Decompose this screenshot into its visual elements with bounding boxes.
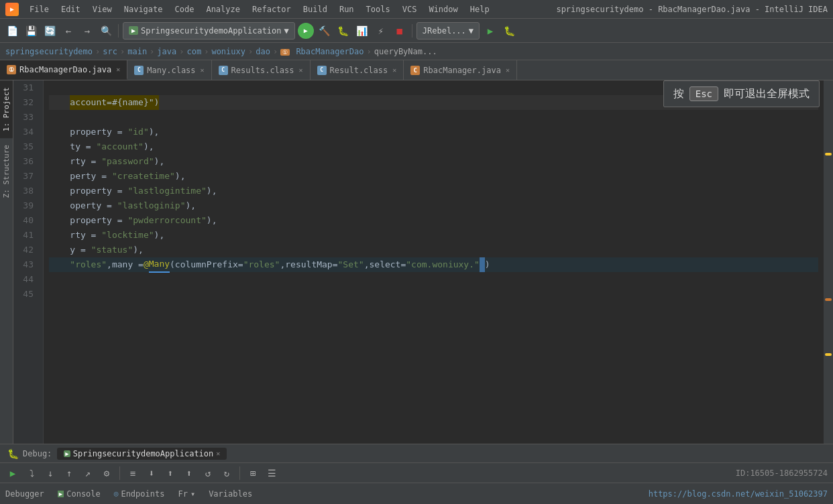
menu-view[interactable]: View bbox=[87, 3, 117, 15]
tab-icon-class-2: C bbox=[219, 66, 228, 75]
menu-help[interactable]: Help bbox=[465, 3, 495, 15]
tab-result[interactable]: C Result.class ✕ bbox=[311, 60, 404, 80]
breadcrumb-sep-6: › bbox=[248, 47, 253, 56]
profile-btn[interactable]: ⚡ bbox=[373, 23, 389, 39]
breadcrumb-project[interactable]: springsecuritydemo bbox=[5, 47, 93, 56]
settings-btn[interactable]: ☰ bbox=[264, 466, 279, 481]
run-config-dropdown[interactable]: ▶ SpringsecuritydemoApplication ▼ bbox=[123, 22, 295, 40]
menu-file[interactable]: File bbox=[24, 3, 54, 15]
code-line-41: rty = "locktime"), bbox=[49, 228, 818, 243]
right-scrollbar[interactable] bbox=[824, 80, 833, 444]
debug-tab-bar: 🐛 Debug: ▶ SpringsecuritydemoApplication… bbox=[0, 444, 833, 463]
scroll-marker-3 bbox=[825, 353, 832, 356]
evaluate-btn[interactable]: ⚙ bbox=[99, 466, 114, 481]
threads-btn[interactable]: ⬇ bbox=[144, 466, 159, 481]
coverage-btn[interactable]: 📊 bbox=[354, 23, 370, 39]
menu-run[interactable]: Run bbox=[334, 3, 359, 15]
menu-tools[interactable]: Tools bbox=[361, 3, 396, 15]
editor-tabs: ① RbacManagerDao.java ✕ C Many.class ✕ C… bbox=[0, 60, 833, 80]
step-out-btn[interactable]: ↑ bbox=[62, 466, 76, 481]
breadcrumb-sep-7: › bbox=[273, 47, 278, 56]
breadcrumb-method[interactable]: queryByNam... bbox=[374, 47, 437, 56]
debug-app-label: SpringsecuritydemoApplication bbox=[73, 449, 214, 458]
tab-close-btn-5[interactable]: ✕ bbox=[506, 66, 510, 74]
copy-btn[interactable]: ⊞ bbox=[245, 466, 260, 481]
menu-code[interactable]: Code bbox=[170, 3, 200, 15]
tab-close-btn[interactable]: ✕ bbox=[116, 66, 120, 73]
breadcrumb-main[interactable]: main bbox=[127, 47, 147, 56]
breadcrumb-dao[interactable]: dao bbox=[256, 47, 270, 56]
tab-results[interactable]: C Results.class ✕ bbox=[212, 60, 311, 80]
menu-analyze[interactable]: Analyze bbox=[201, 3, 245, 15]
save-btn[interactable]: 💾 bbox=[23, 23, 39, 39]
tab-many[interactable]: C Many.class ✕ bbox=[127, 60, 211, 80]
down-btn[interactable]: ⬆ bbox=[163, 466, 178, 481]
project-tab[interactable]: 1: Project bbox=[0, 80, 13, 138]
tab-rbacmanagerdao[interactable]: ① RbacManagerDao.java ✕ bbox=[0, 60, 127, 80]
breadcrumb-class[interactable]: ① RbacManagerDao bbox=[280, 47, 364, 56]
code-editor[interactable]: 31 32 33 34 35 36 37 38 39 40 41 42 43 4… bbox=[13, 80, 833, 444]
breadcrumb-src[interactable]: src bbox=[103, 47, 117, 56]
breadcrumb-sep-5: › bbox=[204, 47, 209, 56]
tab-close-btn-4[interactable]: ✕ bbox=[392, 66, 396, 74]
tab-icon-java: ① bbox=[7, 65, 16, 74]
code-line-40: property = "pwderrorcount"), bbox=[49, 213, 818, 228]
menu-navigate[interactable]: Navigate bbox=[119, 3, 168, 15]
menu-edit[interactable]: Edit bbox=[56, 3, 86, 15]
breadcrumb-woniuxy[interactable]: woniuxy bbox=[211, 47, 245, 56]
code-line-36: rty = "password"), bbox=[49, 154, 818, 169]
frames-selector[interactable]: Fr ▾ bbox=[178, 489, 195, 499]
up-btn[interactable]: ⬆ bbox=[182, 466, 197, 481]
debug-content: Debugger ▶ Console ◎ Endpoints Fr ▾ Vari… bbox=[0, 483, 833, 504]
breadcrumb-com[interactable]: com bbox=[186, 47, 201, 56]
run-to-cursor-btn[interactable]: ↗ bbox=[80, 466, 95, 481]
tab-rbacmanager[interactable]: C RbacManager.java ✕ bbox=[404, 60, 517, 80]
line-num-45: 45 bbox=[13, 287, 38, 302]
breadcrumb: springsecuritydemo › src › main › java ›… bbox=[0, 43, 833, 60]
tab-icon-class-3: C bbox=[317, 66, 327, 75]
menu-window[interactable]: Window bbox=[423, 3, 463, 15]
back-btn[interactable]: ← bbox=[60, 23, 76, 39]
code-content[interactable]: account=#{name}") property = "id"), ty =… bbox=[44, 80, 824, 444]
url-link[interactable]: https://blog.csdn.net/weixin_51062397 bbox=[649, 489, 828, 499]
menu-refactor[interactable]: Refactor bbox=[247, 3, 296, 15]
tab-close-btn-3[interactable]: ✕ bbox=[299, 66, 303, 74]
debug-btn[interactable]: 🐛 bbox=[335, 23, 351, 39]
code-line-38: property = "lastlogintime"), bbox=[49, 184, 818, 198]
stop-btn[interactable]: ■ bbox=[392, 23, 408, 39]
code-line-34: property = "id"), bbox=[49, 125, 818, 139]
toolbar-sep-1 bbox=[118, 24, 119, 38]
sync-btn[interactable]: 🔄 bbox=[42, 23, 58, 39]
toolbar-sep-2 bbox=[412, 24, 412, 38]
tab-icon-class-1: C bbox=[134, 66, 144, 75]
resume-btn[interactable]: ▶ bbox=[5, 466, 20, 481]
build-btn[interactable]: 🔨 bbox=[317, 23, 333, 39]
redo-btn[interactable]: ↻ bbox=[219, 466, 234, 481]
undo-btn[interactable]: ↺ bbox=[201, 466, 215, 481]
debug-tab-endpoints[interactable]: ◎ Endpoints bbox=[114, 489, 165, 499]
breadcrumb-java[interactable]: java bbox=[157, 47, 176, 56]
tab-close-btn-2[interactable]: ✕ bbox=[201, 66, 205, 74]
run-button[interactable]: ▶ bbox=[298, 23, 314, 39]
code-line-42: y = "status"), bbox=[49, 243, 818, 257]
line-num-37: 37 bbox=[13, 169, 38, 184]
search-btn[interactable]: 🔍 bbox=[98, 23, 114, 39]
jrebel-run-btn[interactable]: ▶ bbox=[482, 23, 498, 39]
main-layout: 1: Project Z: Structure 31 32 33 34 35 3… bbox=[0, 80, 833, 444]
jrebel-debug-btn[interactable]: 🐛 bbox=[501, 23, 517, 39]
jrebel-dropdown[interactable]: JRebel... ▼ bbox=[416, 22, 480, 40]
forward-btn[interactable]: → bbox=[79, 23, 95, 39]
step-over-btn[interactable]: ⤵ bbox=[24, 466, 39, 481]
menu-build[interactable]: Build bbox=[298, 3, 333, 15]
code-line-44 bbox=[49, 272, 818, 287]
structure-tab[interactable]: Z: Structure bbox=[0, 138, 13, 204]
step-into-btn[interactable]: ↓ bbox=[43, 466, 58, 481]
debug-tab-debugger[interactable]: Debugger bbox=[5, 489, 44, 499]
debug-tab-console[interactable]: ▶ Console bbox=[58, 489, 101, 499]
tooltip-prefix: 按 bbox=[673, 87, 684, 101]
frames-list-btn[interactable]: ≡ bbox=[125, 466, 140, 481]
menu-vcs[interactable]: VCS bbox=[397, 3, 423, 15]
new-file-btn[interactable]: 📄 bbox=[4, 23, 20, 39]
debug-app-close[interactable]: ✕ bbox=[216, 450, 220, 457]
debug-app-tab[interactable]: ▶ SpringsecuritydemoApplication ✕ bbox=[57, 448, 227, 460]
